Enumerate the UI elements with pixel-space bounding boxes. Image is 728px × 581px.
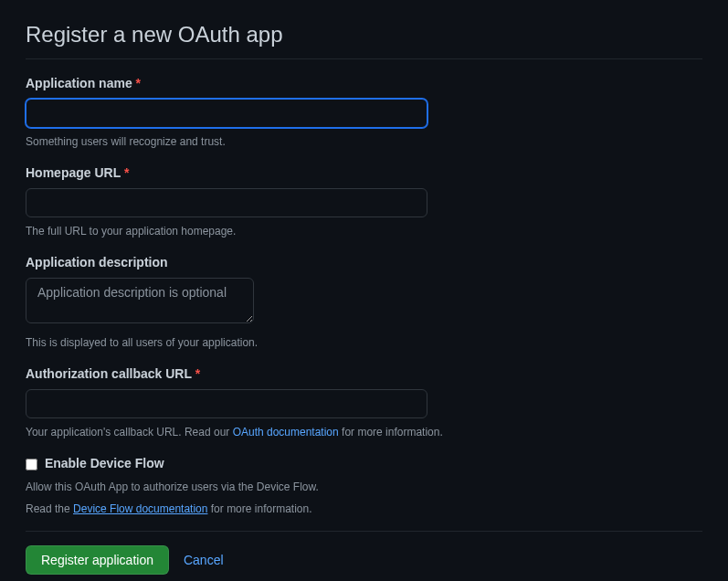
callback-url-help: Your application's callback URL. Read ou… bbox=[26, 424, 702, 440]
app-name-help: Something users will recognize and trust… bbox=[26, 133, 702, 150]
device-flow-docs-link[interactable]: Device Flow documentation bbox=[73, 502, 207, 515]
app-name-label-text: Application name bbox=[26, 76, 132, 90]
form-actions: Register application Cancel bbox=[26, 545, 702, 575]
homepage-url-label: Homepage URL * bbox=[26, 164, 702, 183]
callback-help-suffix: for more information. bbox=[339, 426, 443, 438]
field-group-callback-url: Authorization callback URL * Your applic… bbox=[26, 364, 702, 440]
callback-url-label-text: Authorization callback URL bbox=[26, 366, 192, 381]
homepage-url-label-text: Homepage URL bbox=[26, 165, 121, 180]
description-help: This is displayed to all users of your a… bbox=[26, 334, 702, 351]
page-title: Register a new OAuth app bbox=[26, 18, 702, 59]
oauth-register-form: Application name * Something users will … bbox=[26, 74, 702, 575]
device-flow-help-suffix: for more information. bbox=[207, 502, 311, 515]
homepage-url-help: The full URL to your application homepag… bbox=[26, 223, 702, 239]
oauth-docs-link[interactable]: OAuth documentation bbox=[233, 426, 339, 438]
device-flow-help-2: Read the Device Flow documentation for m… bbox=[26, 501, 702, 517]
device-flow-checkbox[interactable] bbox=[26, 459, 37, 470]
callback-url-input[interactable] bbox=[26, 389, 427, 418]
register-button[interactable]: Register application bbox=[26, 545, 169, 575]
field-group-app-name: Application name * Something users will … bbox=[26, 74, 702, 150]
device-flow-help-prefix: Read the bbox=[26, 502, 73, 515]
field-group-description: Application description This is displaye… bbox=[26, 253, 702, 351]
field-group-homepage-url: Homepage URL * The full URL to your appl… bbox=[26, 164, 702, 239]
required-mark: * bbox=[136, 76, 141, 90]
required-mark: * bbox=[195, 366, 200, 381]
device-flow-label: Enable Device Flow bbox=[45, 456, 164, 470]
description-textarea[interactable] bbox=[26, 278, 254, 323]
divider bbox=[26, 531, 702, 532]
cancel-button[interactable]: Cancel bbox=[184, 553, 224, 567]
callback-help-prefix: Your application's callback URL. Read ou… bbox=[26, 426, 233, 438]
description-label: Application description bbox=[26, 253, 702, 272]
homepage-url-input[interactable] bbox=[26, 188, 427, 217]
required-mark: * bbox=[124, 165, 129, 180]
device-flow-help-1: Allow this OAuth App to authorize users … bbox=[26, 479, 702, 495]
app-name-label: Application name * bbox=[26, 74, 702, 93]
app-name-input[interactable] bbox=[26, 99, 427, 128]
field-group-device-flow: Enable Device Flow Allow this OAuth App … bbox=[26, 454, 702, 517]
callback-url-label: Authorization callback URL * bbox=[26, 364, 702, 384]
